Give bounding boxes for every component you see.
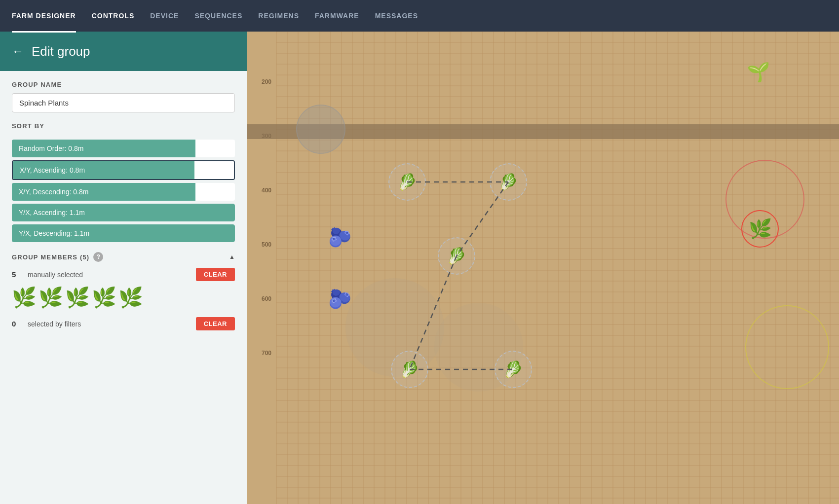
members-label: GROUP MEMBERS (5) bbox=[12, 253, 89, 261]
plant-beet-lower-left[interactable]: 🫐 bbox=[328, 288, 351, 310]
sort-by-label: SORT BY bbox=[12, 122, 235, 130]
plant-icon-3[interactable]: 🌿 bbox=[65, 286, 90, 309]
nav-device[interactable]: DEVICE bbox=[150, 10, 179, 22]
filters-selected-row: 0 selected by filters CLEAR bbox=[12, 317, 235, 330]
group-name-label: GROUP NAME bbox=[12, 81, 235, 88]
filters-selected-desc: selected by filters bbox=[28, 320, 190, 328]
manually-selected-row: 5 manually selected CLEAR bbox=[12, 268, 235, 281]
sort-option-yx-desc[interactable]: Y/X, Descending: 1.1m bbox=[12, 224, 235, 242]
nav-controls[interactable]: CONTROLS bbox=[92, 10, 135, 22]
axis-500: 500 bbox=[262, 241, 271, 248]
clear-filters-button[interactable]: CLEAR bbox=[196, 317, 235, 330]
group-name-input[interactable] bbox=[12, 93, 235, 112]
spinach-group-5[interactable]: 🥬 bbox=[494, 350, 533, 389]
sort-label-xy-asc[interactable]: X/Y, Ascending: 0.8m bbox=[13, 161, 194, 179]
nav-farmware[interactable]: FARMWARE bbox=[315, 10, 359, 22]
sort-label-yx-desc[interactable]: Y/X, Descending: 1.1m bbox=[12, 224, 235, 242]
tool-area-left bbox=[296, 105, 345, 154]
manually-selected-desc: manually selected bbox=[28, 271, 190, 279]
sort-option-yx-asc[interactable]: Y/X, Ascending: 1.1m bbox=[12, 204, 235, 221]
spinach-group-3[interactable]: 🥬 bbox=[437, 236, 476, 276]
plant-icons-row: 🌿 🌿 🌿 🌿 🌿 bbox=[12, 286, 235, 309]
collapse-button[interactable]: ▲ bbox=[229, 253, 235, 260]
axis-600: 600 bbox=[262, 295, 271, 302]
plant-beet-mid-left[interactable]: 🫐 bbox=[328, 226, 351, 248]
plant-icon-5[interactable]: 🌿 bbox=[118, 286, 143, 309]
nav-farm-designer[interactable]: FARM DESIGNER bbox=[12, 10, 76, 22]
sort-input-xy-asc[interactable] bbox=[194, 161, 234, 179]
spinach-group-2[interactable]: 🥬 bbox=[489, 162, 528, 202]
sort-label-xy-desc[interactable]: X/Y, Descending: 0.8m bbox=[12, 183, 195, 201]
help-icon[interactable]: ? bbox=[93, 252, 103, 262]
sidebar: ← Edit group GROUP NAME SORT BY Random O… bbox=[0, 32, 247, 504]
clear-manually-selected-button[interactable]: CLEAR bbox=[196, 268, 235, 281]
main-layout: ← Edit group GROUP NAME SORT BY Random O… bbox=[0, 32, 839, 504]
spinach-group-1[interactable]: 🥬 bbox=[387, 162, 427, 202]
spinach-group-4[interactable]: 🥬 bbox=[390, 350, 429, 389]
members-header: GROUP MEMBERS (5) ? ▲ bbox=[12, 252, 235, 262]
sidebar-content: GROUP NAME SORT BY Random Order: 0.8m X/… bbox=[0, 71, 247, 345]
nav-sequences[interactable]: SEQUENCES bbox=[194, 10, 242, 22]
axis-400: 400 bbox=[262, 187, 271, 194]
manually-selected-count: 5 bbox=[12, 270, 22, 279]
sort-label-yx-asc[interactable]: Y/X, Ascending: 1.1m bbox=[12, 204, 235, 221]
sort-option-random[interactable]: Random Order: 0.8m bbox=[12, 140, 235, 157]
plant-icon-4[interactable]: 🌿 bbox=[92, 286, 116, 309]
map-canvas bbox=[247, 32, 839, 504]
sort-input-random[interactable] bbox=[195, 140, 235, 157]
axis-200: 200 bbox=[262, 78, 271, 85]
axis-700: 700 bbox=[262, 350, 271, 357]
sidebar-header: ← Edit group bbox=[0, 32, 247, 71]
plant-beet-top-right[interactable]: 🌱 bbox=[747, 61, 770, 83]
filters-selected-count: 0 bbox=[12, 320, 22, 328]
plant-icon-1[interactable]: 🌿 bbox=[12, 286, 37, 309]
sort-option-xy-desc[interactable]: X/Y, Descending: 0.8m bbox=[12, 183, 235, 201]
farm-map[interactable]: 200 300 400 500 600 700 🌱 🥬 🥬 🫐 bbox=[247, 32, 839, 504]
nav-regimens[interactable]: REGIMENS bbox=[258, 10, 299, 22]
sort-option-xy-asc[interactable]: X/Y, Ascending: 0.8m bbox=[12, 160, 235, 180]
back-button[interactable]: ← bbox=[12, 44, 24, 58]
main-nav: FARM DESIGNER CONTROLS DEVICE SEQUENCES … bbox=[0, 0, 839, 32]
members-title: GROUP MEMBERS (5) ? bbox=[12, 252, 103, 262]
sort-label-random[interactable]: Random Order: 0.8m bbox=[12, 140, 195, 157]
sort-input-xy-desc[interactable] bbox=[195, 183, 235, 201]
sidebar-title: Edit group bbox=[32, 44, 90, 59]
nav-messages[interactable]: MESSAGES bbox=[375, 10, 418, 22]
plant-icon-2[interactable]: 🌿 bbox=[38, 286, 63, 309]
yellow-circle bbox=[745, 305, 829, 389]
